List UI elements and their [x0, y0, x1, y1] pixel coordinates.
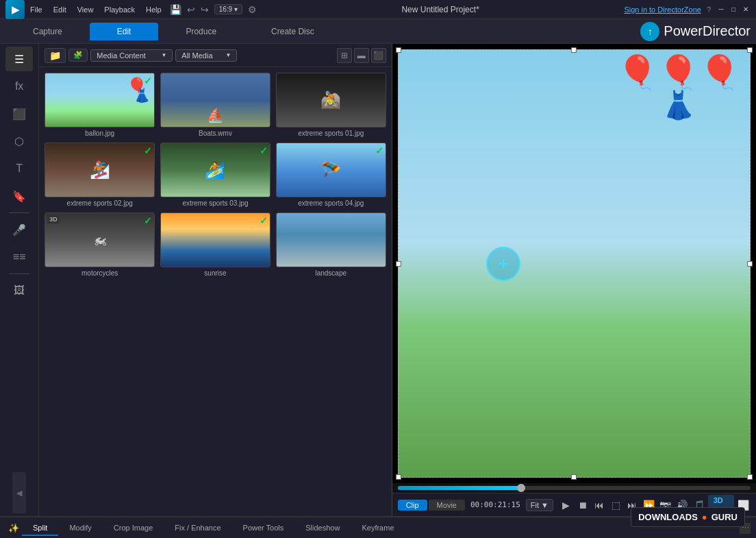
sidebar-subtitle-btn[interactable]: ≡≡	[5, 245, 33, 269]
sidebar-image-btn[interactable]: 🖼	[5, 278, 33, 303]
media-grid-controls: ⊞ ▬ ⬛	[337, 48, 386, 63]
media-item-1[interactable]: 🎈 👗 ✓ ballon.jpg	[45, 73, 155, 137]
clip-tab[interactable]: Clip	[398, 500, 427, 511]
redo-icon[interactable]: ↪	[201, 4, 209, 15]
media-item-2[interactable]: ⛵ Boats.wmv	[160, 73, 270, 137]
movie-tab[interactable]: Movie	[429, 500, 465, 511]
content-dropdown-chevron: ▼	[161, 52, 166, 58]
grid-view-btn[interactable]: ⊞	[337, 48, 352, 63]
clip-movie-tabs: Clip Movie	[398, 500, 465, 511]
media-label-6: extreme sports 04.jpg	[276, 199, 386, 207]
sidebar-collapse-btn[interactable]: ◀	[12, 472, 26, 513]
progress-bar[interactable]	[398, 486, 751, 490]
title-bar-right: Sign in to DirectorZone ? ─ □ ✕	[624, 5, 751, 14]
media-thumb-9	[276, 212, 386, 267]
tab-slideshow[interactable]: Slideshow	[294, 521, 351, 536]
media-label-4: extreme sports 02.jpg	[45, 199, 155, 207]
sidebar-chapter-btn[interactable]: 🔖	[5, 184, 33, 208]
app-logo: ▶	[5, 0, 25, 19]
downloads-suffix: GURU	[711, 512, 738, 522]
media-settings-btn[interactable]: ⬛	[371, 48, 386, 63]
media-label-2: Boats.wmv	[160, 130, 270, 137]
menu-file[interactable]: File	[30, 5, 42, 14]
filter-dropdown[interactable]: All Media ▼	[175, 49, 237, 62]
content-type-dropdown[interactable]: Media Content ▼	[90, 49, 173, 62]
media-check-5: ✓	[260, 145, 268, 156]
menu-playback[interactable]: Playback	[104, 5, 135, 14]
media-item-7[interactable]: 🏍 3D ✓ motorcycles	[45, 212, 155, 277]
media-label-5: extreme sports 03.jpg	[160, 199, 270, 207]
sidebar-text-btn[interactable]: T	[5, 156, 33, 181]
sidebar-media-btn[interactable]: ☰	[5, 47, 33, 71]
tab-split[interactable]: Split	[22, 521, 58, 536]
sign-in-link[interactable]: Sign in to DirectorZone	[624, 5, 701, 14]
media-check-7: ✓	[144, 215, 152, 226]
media-label-8: sunrise	[160, 269, 270, 277]
media-check-6: ✓	[375, 145, 383, 156]
play-btn[interactable]: ▶	[559, 498, 573, 513]
tab-capture[interactable]: Capture	[5, 23, 90, 40]
settings-icon[interactable]: ⚙	[248, 4, 257, 15]
mark-in-btn[interactable]: ⬚	[609, 498, 623, 513]
menu-edit[interactable]: Edit	[53, 5, 66, 14]
left-sidebar: ☰ fx ⬛ ⬡ T 🔖 🎤 ≡≡ 🖼 ◀	[0, 44, 39, 516]
tab-edit[interactable]: Edit	[90, 23, 159, 40]
media-item-4[interactable]: 🏂 ✓ extreme sports 02.jpg	[45, 143, 155, 207]
stop-btn[interactable]: ⏹	[575, 498, 590, 513]
media-thumb-6: 🪂 ✓	[276, 143, 386, 197]
list-view-btn[interactable]: ▬	[354, 48, 369, 63]
sidebar-divider-2	[9, 273, 29, 274]
tab-produce[interactable]: Produce	[158, 23, 244, 40]
close-button[interactable]: ✕	[741, 5, 751, 14]
media-item-8[interactable]: ✓ sunrise	[160, 212, 270, 277]
media-thumb-1: 🎈 👗 ✓	[45, 73, 155, 127]
detect-scenes-btn[interactable]: 🧩	[68, 49, 88, 62]
prev-frame-btn[interactable]: ⏮	[592, 498, 606, 513]
media-label-1: ballon.jpg	[45, 130, 155, 137]
media-item-6[interactable]: 🪂 ✓ extreme sports 04.jpg	[276, 143, 386, 207]
window-controls: ─ □ ✕	[716, 5, 751, 14]
save-icon[interactable]: 💾	[170, 4, 181, 15]
aspect-ratio[interactable]: 16:9 ▾	[214, 4, 242, 14]
media-thumb-5: 🏄 ✓	[160, 143, 270, 197]
media-check-8: ✓	[260, 215, 268, 226]
media-label-9: landscape	[276, 269, 386, 277]
sidebar-transition-btn[interactable]: ⬛	[5, 101, 33, 126]
title-bar: ▶ File Edit View Playback Help 💾 ↩ ↪ 16:…	[0, 0, 756, 19]
media-panel: 📁 🧩 Media Content ▼ All Media ▼ ⊞ ▬ ⬛	[39, 44, 392, 516]
tab-crop-image[interactable]: Crop Image	[103, 521, 164, 536]
sidebar-pip-btn[interactable]: ⬡	[5, 129, 33, 154]
downloads-badge: DOWNLOADS ● GURU	[631, 507, 745, 527]
brand-logo: ↑ PowerDirector	[640, 22, 751, 41]
media-3d-badge-7: 3D	[47, 215, 60, 223]
media-item-5[interactable]: 🏄 ✓ extreme sports 03.jpg	[160, 143, 270, 207]
tab-fix-enhance[interactable]: Fix / Enhance	[164, 521, 231, 536]
sidebar-voice-btn[interactable]: 🎤	[5, 217, 33, 242]
undo-icon[interactable]: ↩	[187, 4, 195, 15]
minimize-button[interactable]: ─	[716, 5, 726, 14]
menu-help[interactable]: Help	[146, 5, 162, 14]
import-btn[interactable]: 📁	[45, 48, 66, 63]
project-title: New Untitled Project*	[257, 5, 625, 14]
fit-dropdown[interactable]: Fit ▼	[526, 499, 553, 511]
media-thumb-7: 🏍 3D ✓	[45, 212, 155, 267]
fit-chevron: ▼	[541, 501, 549, 509]
media-check-1: ✓	[144, 75, 152, 86]
help-icon[interactable]: ?	[707, 5, 711, 14]
preview-add-btn[interactable]: +	[486, 247, 520, 281]
tab-power-tools[interactable]: Power Tools	[232, 521, 295, 536]
tab-create-disc[interactable]: Create Disc	[244, 23, 342, 40]
timecode: 00:00:21:15	[470, 500, 520, 509]
tab-modify[interactable]: Modify	[58, 521, 102, 536]
brand-name: PowerDirector	[664, 23, 751, 39]
media-label-3: extreme sports 01.jpg	[276, 130, 386, 137]
progress-thumb[interactable]	[517, 484, 525, 492]
sidebar-fx-btn[interactable]: fx	[5, 74, 33, 99]
media-item-9[interactable]: landscape	[276, 212, 386, 277]
preview-progress[interactable]	[392, 483, 756, 493]
media-item-3[interactable]: 🚵 extreme sports 01.jpg	[276, 73, 386, 137]
tab-keyframe[interactable]: Keyframe	[351, 521, 405, 536]
restore-button[interactable]: □	[729, 5, 738, 14]
magic-tool-btn[interactable]: ✨	[5, 520, 22, 537]
menu-view[interactable]: View	[77, 5, 94, 14]
